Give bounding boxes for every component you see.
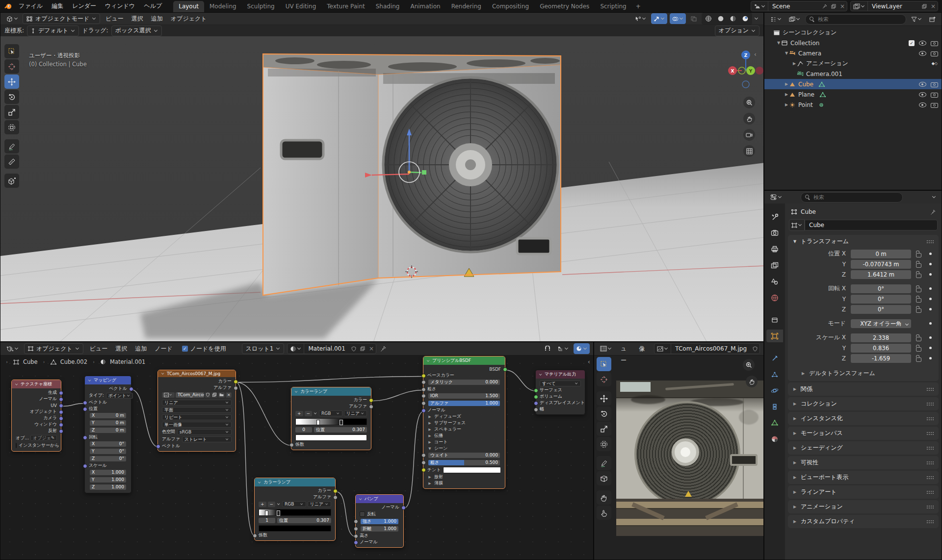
shading-material-button[interactable]: [727, 13, 739, 24]
node-image[interactable]: TCom_Aircos0067_M.jpgカラーアルファTCom_Aircos0…: [157, 370, 236, 452]
coord-dropdown[interactable]: デフォルト: [27, 25, 79, 36]
snap-magnet-icon[interactable]: [542, 343, 553, 354]
image-browse-button[interactable]: [162, 392, 175, 398]
preview-sphere-dropdown[interactable]: [574, 343, 590, 354]
viewport-menu-ビュー[interactable]: ビュー: [102, 13, 127, 24]
properties-tab-modifier[interactable]: [766, 352, 783, 364]
section-スペキュラー[interactable]: ▶スペキュラー: [423, 426, 505, 433]
shader-editor-type-button[interactable]: [4, 343, 21, 354]
panel-関係[interactable]: ▶関係: [788, 382, 939, 396]
animate-dot[interactable]: [929, 336, 932, 339]
vector-socket[interactable]: [129, 387, 133, 391]
sidebar-toggle-icon[interactable]: ‹: [754, 51, 757, 58]
workspace-tab-shading[interactable]: Shading: [370, 1, 405, 12]
select-単一画像[interactable]: 単一画像: [162, 422, 232, 428]
panel-モーションパス[interactable]: ▶モーションパス: [788, 427, 939, 440]
vector-socket[interactable]: [59, 429, 63, 433]
lock-icon[interactable]: [916, 337, 921, 341]
workspace-tab-layout[interactable]: Layout: [173, 1, 204, 12]
properties-tab-render[interactable]: [766, 227, 783, 239]
panel-インスタンス化[interactable]: ▶インスタンス化: [788, 412, 939, 425]
ramp-stop[interactable]: [340, 420, 343, 425]
disclosure-icon[interactable]: ▼: [776, 41, 781, 45]
x-icon[interactable]: ×: [226, 392, 232, 398]
section-ディフューズ[interactable]: ▶ディフューズ: [423, 413, 505, 420]
outliner-row-アニメーション[interactable]: ▶アニメーション◆◇: [764, 58, 942, 69]
node-texcoord[interactable]: テクスチャ座標生成ノーマルUVオブジェクトカメラウィンドウ反射オブ...オブジェ…: [11, 380, 61, 452]
workspace-tab-modeling[interactable]: Modeling: [204, 1, 242, 12]
add-stop-button[interactable]: +: [259, 502, 266, 507]
vector-socket[interactable]: [83, 435, 87, 440]
transform-Y-field[interactable]: 0°: [851, 295, 911, 304]
vector-socket[interactable]: [83, 407, 87, 411]
properties-tab-object[interactable]: [766, 330, 783, 342]
gray-socket[interactable]: [421, 401, 426, 406]
color-swatch-チント[interactable]: [443, 467, 501, 473]
ramp-options-dropdown[interactable]: [314, 412, 317, 415]
shader-socket[interactable]: [534, 395, 538, 399]
vector-socket[interactable]: [354, 540, 358, 545]
properties-tab-output[interactable]: [766, 243, 783, 255]
ramp-options-dropdown[interactable]: [277, 503, 280, 506]
panel-シェーディング[interactable]: ▶シェーディング: [788, 441, 939, 455]
outliner-row-Collection[interactable]: ▼Collection✓: [764, 38, 942, 48]
properties-tab-particles[interactable]: [766, 368, 783, 381]
value-field-Z[interactable]: Z0°: [90, 456, 126, 461]
viewport-menu-選択[interactable]: 選択: [128, 13, 147, 24]
vector-socket[interactable]: [156, 444, 160, 449]
panel-grip[interactable]: [926, 402, 934, 406]
gray-socket[interactable]: [421, 380, 426, 384]
slider-ウェイト[interactable]: ウェイト0.000: [428, 453, 500, 458]
stop-position-field[interactable]: 位置0.307: [277, 518, 331, 523]
image-name-field[interactable]: TCom_Aircos00...: [176, 392, 204, 398]
properties-search-input[interactable]: [812, 194, 898, 201]
transform-回転 X-field[interactable]: 0°: [851, 284, 911, 293]
checkbox-反転[interactable]: [360, 511, 365, 517]
delta-transform-panel[interactable]: ▶デルタトランスフォーム: [788, 367, 939, 381]
scale-tool-button[interactable]: [597, 422, 611, 436]
slider-IOR[interactable]: IOR1.500: [428, 393, 500, 399]
outliner-row-Plane[interactable]: ▶Plane: [764, 89, 942, 100]
outliner-search[interactable]: [805, 14, 906, 25]
gray-socket[interactable]: [421, 453, 426, 458]
topbar-menu-ウィンドウ[interactable]: ウィンドウ: [101, 0, 139, 12]
viewport-menu-オブジェクト[interactable]: オブジェクト: [167, 13, 210, 24]
value-field-X[interactable]: X0°: [90, 441, 126, 447]
viewlayer-name[interactable]: ViewLayer: [868, 3, 920, 10]
shading-dropdown[interactable]: [755, 17, 759, 21]
lock-icon[interactable]: [916, 308, 921, 313]
workspace-tab-geometry-nodes[interactable]: Geometry Nodes: [534, 1, 595, 12]
lock-icon[interactable]: [916, 274, 921, 278]
viewport-canvas[interactable]: Z X Y ユーザー・透視投影 (0) Collection | Cube ‹: [0, 36, 764, 342]
object-name-field[interactable]: Cube: [805, 220, 938, 230]
render-visibility-icon[interactable]: [931, 82, 938, 87]
properties-editor-type-button[interactable]: [768, 192, 785, 203]
node-bsdf[interactable]: プリンシプルBSDFBSDFベースカラーメタリック0.000粗さIOR1.500…: [423, 356, 505, 489]
ortho-grid-button[interactable]: [743, 145, 755, 157]
zoom-button[interactable]: [743, 359, 755, 371]
folder-icon[interactable]: [218, 392, 225, 398]
cursor-tool-button[interactable]: [597, 372, 611, 386]
panel-可視性[interactable]: ▶可視性: [788, 456, 939, 469]
shader-menu-ビュー[interactable]: ビュー: [86, 343, 111, 355]
vector-socket[interactable]: [83, 464, 87, 468]
properties-tab-material[interactable]: [766, 433, 783, 445]
animate-dot[interactable]: [929, 273, 932, 276]
finger-tool-button[interactable]: [597, 506, 611, 520]
drag-dropdown[interactable]: ボックス選択: [111, 25, 162, 36]
pin-icon[interactable]: [930, 209, 936, 215]
copy-icon[interactable]: [920, 4, 929, 9]
color-ramp-gradient[interactable]: [295, 418, 367, 425]
animate-dot[interactable]: [929, 357, 932, 359]
outliner-row-シーンコレクション[interactable]: シーンコレクション: [764, 27, 942, 38]
color-socket[interactable]: [369, 398, 373, 403]
shading-solid-button[interactable]: [715, 13, 727, 24]
pan-hand-button[interactable]: [746, 376, 758, 387]
panel-コレクション[interactable]: ▶コレクション: [788, 397, 939, 410]
add-workspace-button[interactable]: +: [632, 3, 645, 10]
outliner-row-Camera[interactable]: ▼Camera: [764, 48, 942, 58]
panel-grip[interactable]: [926, 520, 934, 524]
color-swatch[interactable]: [295, 434, 367, 441]
move-tool-button[interactable]: [4, 75, 19, 89]
slider-粗さ[interactable]: 粗さ0.500: [428, 460, 500, 465]
